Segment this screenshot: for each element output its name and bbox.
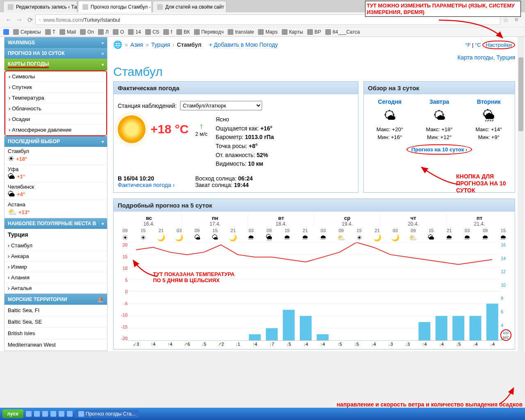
weather-icon: ⛅	[332, 234, 350, 242]
svg-rect-17	[469, 316, 481, 340]
sea-territory[interactable]: Baltic Sea, FI	[5, 305, 107, 316]
weather-icon: 🌧	[242, 234, 260, 242]
popular-city[interactable]: Стамбул	[5, 240, 107, 251]
bookmark-item[interactable]: BP	[307, 29, 321, 35]
bookmark-item[interactable]: f	[163, 29, 172, 35]
station-label: Станция наблюдений:	[118, 103, 177, 109]
sidebar-warnings[interactable]: WARNINGS»	[5, 37, 107, 48]
weather-icon: 🌤	[206, 234, 224, 242]
current-temp: +18 °C	[151, 122, 189, 136]
bookmark-item[interactable]: O	[113, 29, 124, 35]
recent-city-block[interactable]: Астана⛅+13°	[5, 200, 107, 218]
bookmark-item[interactable]: On	[80, 29, 94, 35]
weather-icon: 🌙	[170, 234, 188, 242]
bookmark-item[interactable]: Переводч	[194, 29, 224, 35]
weather-map-link[interactable]: Карта погоды, Турция	[457, 54, 515, 61]
forecast-10-link[interactable]: Прогноз на 10 суток ›	[406, 144, 472, 155]
svg-rect-18	[486, 304, 498, 341]
overview-day[interactable]: Завтра🌤Макс: +18°Мин: +12°	[426, 98, 452, 140]
reload-button[interactable]: ⟳	[25, 15, 34, 24]
popular-country: Турция	[5, 229, 107, 240]
popular-city[interactable]: Измир	[5, 262, 107, 272]
overview-panel-title: Обзор на 3 суток	[364, 82, 515, 94]
forecast-day-header: чт20.4.	[380, 214, 446, 227]
bookmark-item[interactable]: Сервисы	[13, 29, 41, 35]
sidebar-item[interactable]: Осадки	[5, 114, 106, 125]
sidebar-forecast10[interactable]: ПРОГНОЗ НА 10 СУТОК»	[5, 48, 107, 59]
wind-cell: ↓7	[263, 342, 280, 349]
sidebar-item[interactable]: Температура	[5, 93, 106, 103]
overview-day[interactable]: Вторник🌦Макс: +14°Мин: +9°	[475, 98, 502, 140]
sidebar-weather-maps[interactable]: КАРТЫ ПОГОДЫ▾	[5, 59, 107, 71]
sea-territory[interactable]: Mediterranean West	[5, 339, 107, 351]
sea-territory[interactable]: Baltic Sea, SE	[5, 316, 107, 328]
sea-territory[interactable]: British Isles	[5, 328, 107, 339]
settings-link[interactable]: Настройки	[482, 41, 515, 49]
unit-settings: °F | °C Настройки	[465, 42, 515, 48]
svg-rect-16	[452, 316, 464, 340]
crumb-turkey[interactable]: Турция	[151, 41, 170, 48]
wind-cell: ↙3	[128, 342, 144, 349]
unit-f[interactable]: °F	[465, 42, 470, 48]
bookmark-item[interactable]: Maps	[258, 29, 277, 35]
browser-tab[interactable]: Редактировать запись ‹ Тa×	[3, 1, 77, 12]
popular-city[interactable]: Анкара	[5, 251, 107, 262]
weather-icon: ⛅	[404, 234, 422, 242]
browser-tab[interactable]: Для статей на своём сайт×	[153, 1, 226, 12]
sidebar-item[interactable]: Символы	[5, 71, 106, 82]
weather-icon: ☀	[116, 234, 134, 242]
bookmark-item[interactable]: T	[45, 29, 55, 35]
recent-city-block[interactable]: Челябинск🌥+4°	[5, 183, 107, 200]
weather-icon: 🌙	[368, 234, 386, 242]
svg-rect-12	[300, 316, 312, 340]
sun-icon	[118, 115, 146, 143]
forecast-day-header: вс16.4.	[116, 214, 182, 227]
bookmark-item[interactable]: ВК	[176, 29, 190, 35]
sidebar-item[interactable]: Облачность	[5, 103, 106, 114]
add-to-my-weather[interactable]: + Добавить в Мою Погоду	[209, 41, 278, 48]
station-select[interactable]: Стамбул/Ататюрк	[180, 101, 262, 110]
annotation-10day: КНОПКА ДЛЯ ПРОГНОЗА НА 10 СУТОК	[456, 173, 518, 194]
sidebar-seas[interactable]: МОРСКИЕ ТЕРРИТОРИИ⛵	[5, 294, 107, 305]
bookmark-item[interactable]: CS	[145, 29, 160, 35]
current-details: Ясно Ощущается как: +16° Барометр: 1013.…	[216, 115, 274, 169]
bookmarks-bar: СервисыTMailOnЛO14CSfВКПереводчtranslate…	[0, 27, 525, 37]
bookmark-item[interactable]: Л	[98, 29, 109, 35]
wind-cell: ↓4	[433, 342, 450, 349]
bookmark-item[interactable]: 14	[128, 29, 141, 35]
sidebar-popular[interactable]: НАИБОЛЕЕ ПОПУЛЯРНЫЕ МЕСТА В▾	[5, 218, 107, 229]
sidebar-item[interactable]: Атмосферное давление	[5, 125, 106, 135]
weather-icon: 🌙	[224, 234, 242, 242]
overview-day[interactable]: Сегодня🌤Макс: +20°Мин: +16°	[377, 98, 403, 140]
page-title: Стамбул	[113, 62, 515, 81]
weather-icon: 🌧	[494, 234, 512, 242]
actual-weather-link[interactable]: Фактическая погода ›	[118, 182, 175, 188]
crumb-asia[interactable]: Азия	[130, 41, 143, 48]
weather-icon: 🌥	[422, 234, 440, 242]
popular-city[interactable]: Алания	[5, 272, 107, 283]
browser-tab[interactable]: Прогноз погоды Стамбул -×	[78, 1, 152, 12]
popular-city[interactable]: Анталья	[5, 283, 107, 294]
bookmark-item[interactable]: Карты	[282, 29, 303, 35]
lock-icon: ▫	[39, 17, 41, 23]
wind-cell: ↗6	[178, 342, 195, 349]
apps-icon[interactable]	[3, 29, 9, 35]
wind-cell: ↓3	[382, 342, 399, 349]
weather-icon: 🌙	[152, 234, 170, 242]
recent-city-block[interactable]: Уфа🌥+1°	[5, 165, 107, 183]
unit-c[interactable]: °C	[475, 42, 481, 48]
sidebar-item[interactable]: Спутник	[5, 82, 106, 93]
recent-city-block[interactable]: Стамбул☀+18°	[5, 147, 107, 165]
forward-button[interactable]: →	[15, 15, 24, 24]
bookmark-item[interactable]: 84___Сатса	[325, 29, 360, 35]
bookmark-item[interactable]: Mail	[59, 29, 76, 35]
wind-cell: ↓3	[399, 342, 416, 349]
back-button[interactable]: ←	[4, 15, 13, 24]
bookmark-item[interactable]: translate	[228, 29, 254, 35]
sidebar-recent[interactable]: ПОСЛЕДНИЙ ВЫБОР▾	[5, 136, 107, 147]
forecast-chart: 20151050-5-10-15-20 161412108642 ↙3↑4↑4↗…	[116, 242, 512, 349]
globe-icon: 🌐	[113, 40, 122, 49]
url-host: www.foreca.com	[43, 17, 82, 23]
svg-rect-10	[266, 328, 278, 340]
weather-icon: 🌧	[476, 234, 494, 242]
